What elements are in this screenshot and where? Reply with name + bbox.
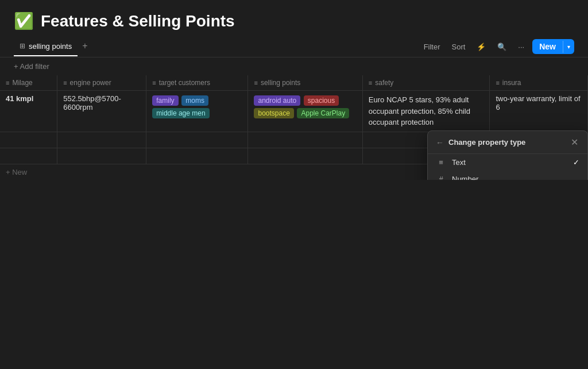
toolbar-right: Filter Sort ⚡ 🔍 ··· New ▾ (420, 39, 574, 54)
tag-apple-carplay: Apple CarPlay (297, 108, 349, 118)
add-filter-button[interactable]: + Add filter (14, 62, 49, 71)
tag-middle-age-men: middle age men (152, 108, 209, 118)
dropdown-check-text: ✓ (573, 158, 579, 167)
col-milage-icon: ≡ (6, 79, 9, 86)
dropdown-item-left-text: ≡Text (436, 158, 466, 167)
col-header-selling[interactable]: ≡ selling points (248, 75, 362, 91)
sort-button[interactable]: Sort (448, 40, 469, 53)
new-button-group: New ▾ (532, 39, 574, 54)
dropdown-back-button[interactable]: ← (436, 138, 444, 147)
page-icon: ✅ (14, 11, 34, 30)
page-header: ✅ Features & Selling Points (0, 0, 588, 36)
tab-label: selling points (29, 42, 72, 51)
tab-selling-points[interactable]: ⊞ selling points (14, 37, 78, 56)
dropdown-item-icon-text: ≡ (436, 158, 446, 167)
dropdown-close-button[interactable]: ✕ (570, 137, 579, 148)
tag-bootspace: bootspace (254, 108, 293, 118)
cell-empty[interactable] (248, 132, 362, 148)
col-insura-icon: ≡ (496, 79, 499, 86)
cell-insura[interactable]: two-year warranty, limit of 6 (490, 91, 588, 132)
col-engine-label: engine power (70, 79, 111, 87)
col-insura-label: insura (502, 79, 521, 87)
col-header-engine[interactable]: ≡ engine power (57, 75, 146, 91)
dropdown-header-left: ← Change property type (436, 138, 525, 147)
new-button[interactable]: New (532, 39, 563, 54)
engine-value: 552.5bhp@5700-6600rpm (63, 94, 121, 112)
col-header-insura[interactable]: ≡ insura (490, 75, 588, 91)
dropdown-item-left-number: #Number (436, 175, 478, 180)
cell-selling[interactable]: android auto spacious bootspace Apple Ca… (248, 91, 362, 132)
cell-engine[interactable]: 552.5bhp@5700-6600rpm (57, 91, 146, 132)
col-header-target[interactable]: ≡ target customers (146, 75, 248, 91)
cell-milage[interactable]: 41 kmpl (0, 91, 57, 132)
filter-button[interactable]: Filter (420, 40, 444, 53)
col-engine-icon: ≡ (63, 79, 67, 86)
dropdown-item-icon-number: # (436, 175, 446, 180)
dropdown-items: ≡Text✓#Number◎Select≡Multi-select✦Status… (428, 154, 587, 180)
cell-empty[interactable] (57, 132, 146, 148)
col-selling-icon: ≡ (254, 79, 257, 86)
dropdown-item-number[interactable]: #Number (428, 171, 587, 180)
tag-spacious: spacious (304, 95, 339, 106)
more-button[interactable]: ··· (514, 40, 528, 53)
search-button[interactable]: 🔍 (494, 40, 510, 53)
dropdown-item-text[interactable]: ≡Text✓ (428, 154, 587, 171)
col-target-label: target customers (159, 79, 210, 87)
cell-empty[interactable] (248, 148, 362, 164)
milage-value: 41 kmpl (6, 94, 33, 103)
tab-icon: ⊞ (20, 42, 25, 50)
cell-empty[interactable] (0, 132, 57, 148)
toolbar: ⊞ selling points + Filter Sort ⚡ 🔍 ··· N… (0, 36, 588, 57)
col-selling-label: selling points (261, 79, 300, 87)
dropdown-header: ← Change property type ✕ (428, 131, 587, 154)
table-wrapper: ≡ Milage ≡ engine power ≡ target custome… (0, 75, 588, 180)
cell-empty[interactable] (146, 148, 248, 164)
col-target-icon: ≡ (152, 79, 156, 86)
change-property-type-panel: ← Change property type ✕ ≡Text✓#Number◎S… (427, 130, 588, 180)
dropdown-title: Change property type (448, 138, 525, 147)
cell-target[interactable]: family moms middle age men (146, 91, 248, 132)
table-header-row: ≡ Milage ≡ engine power ≡ target custome… (0, 75, 588, 91)
tag-moms: moms (181, 95, 208, 106)
dropdown-item-label-number: Number (452, 175, 478, 180)
col-safety-label: safety (375, 79, 393, 87)
new-chevron-button[interactable]: ▾ (563, 41, 574, 53)
cell-empty[interactable] (146, 132, 248, 148)
lightning-button[interactable]: ⚡ (473, 40, 489, 53)
page-title: Features & Selling Points (41, 12, 235, 30)
cell-safety[interactable]: Euro NCAP 5 stars, 93% adult occupant pr… (362, 91, 490, 132)
cell-empty[interactable] (0, 148, 57, 164)
col-header-safety[interactable]: ≡ safety (362, 75, 490, 91)
safety-value: Euro NCAP 5 stars, 93% adult occupant pr… (369, 95, 470, 126)
col-header-milage[interactable]: ≡ Milage (0, 75, 57, 91)
col-safety-icon: ≡ (369, 79, 372, 86)
col-milage-label: Milage (12, 79, 32, 87)
add-tab-button[interactable]: + (78, 36, 92, 57)
table-row: 41 kmpl 552.5bhp@5700-6600rpm family mom… (0, 91, 588, 132)
tag-android-auto: android auto (254, 95, 300, 106)
tag-family: family (152, 95, 178, 106)
dropdown-item-label-text: Text (452, 158, 466, 167)
insura-value: two-year warranty, limit of 6 (496, 94, 580, 112)
cell-empty[interactable] (57, 148, 146, 164)
filter-bar: + Add filter (0, 57, 588, 75)
